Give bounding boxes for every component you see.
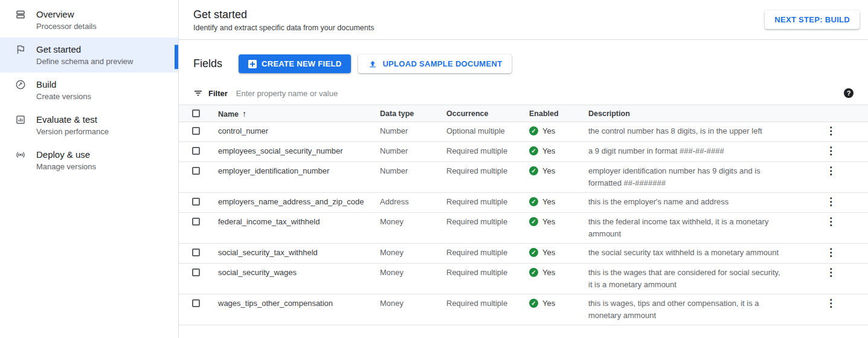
field-description: this is the employer's name and address — [588, 196, 785, 208]
field-name: employers_name_address_and_zip_code — [218, 196, 380, 208]
row-checkbox[interactable] — [192, 249, 200, 256]
table-row: employer_identification_number Number Re… — [179, 162, 868, 193]
row-checkbox[interactable] — [192, 198, 200, 206]
row-menu-icon[interactable]: ⋮ — [822, 297, 840, 310]
field-data-type: Address — [380, 196, 446, 208]
sidebar-item-sublabel: Create versions — [36, 91, 91, 102]
row-checkbox[interactable] — [192, 299, 200, 307]
column-header-name[interactable]: Name↑ — [218, 109, 380, 119]
field-data-type: Money — [380, 297, 446, 310]
table-row: control_numer Number Optional multiple ✓… — [179, 122, 868, 142]
field-occurrence: Required multiple — [446, 145, 529, 157]
row-menu-icon[interactable]: ⋮ — [822, 216, 840, 228]
sidebar-item-label: Get started — [36, 44, 133, 55]
column-header-enabled[interactable]: Enabled — [529, 109, 588, 118]
row-menu-icon[interactable]: ⋮ — [822, 196, 840, 208]
upload-sample-document-button[interactable]: UPLOAD SAMPLE DOCUMENT — [358, 54, 512, 73]
fields-table-body: control_numer Number Optional multiple ✓… — [179, 122, 868, 325]
table-row: federal_income_tax_withheld Money Requir… — [179, 213, 868, 244]
row-menu-icon[interactable]: ⋮ — [822, 145, 840, 157]
sidebar-item-sublabel: Version performance — [36, 126, 109, 137]
field-description: this is the wages that are considered fo… — [588, 267, 785, 291]
sidebar-item-label: Evaluate & test — [36, 114, 109, 125]
enabled-check-icon: ✓ — [529, 166, 538, 175]
field-occurrence: Required multiple — [446, 165, 529, 177]
page-title: Get started — [193, 7, 374, 22]
add-box-icon — [248, 60, 257, 68]
next-step-build-button[interactable]: NEXT STEP: BUILD — [765, 10, 860, 29]
row-checkbox[interactable] — [192, 268, 200, 276]
fields-toolbar: Fields CREATE NEW FIELD UPLOAD SAMPLE DO… — [179, 40, 868, 82]
field-description: the control number has 8 digits, is in t… — [588, 125, 785, 137]
row-checkbox[interactable] — [192, 218, 200, 226]
table-header: Name↑ Data type Occurrence Enabled Descr… — [179, 105, 868, 122]
field-description: the social security tax withheld is a mo… — [588, 247, 785, 259]
sidebar-item-label: Build — [36, 79, 91, 90]
table-row: social_security_tax_withheld Money Requi… — [179, 244, 868, 264]
enabled-check-icon: ✓ — [529, 197, 538, 206]
field-occurrence: Optional multiple — [446, 125, 529, 137]
page-header: Get started Identify and extract specifi… — [179, 0, 868, 40]
enabled-check-icon: ✓ — [529, 217, 538, 226]
column-header-data-type[interactable]: Data type — [380, 109, 446, 118]
filter-icon — [193, 88, 203, 98]
row-menu-icon[interactable]: ⋮ — [822, 267, 840, 279]
enabled-label: Yes — [542, 267, 555, 279]
main-content: Get started Identify and extract specifi… — [179, 0, 868, 338]
field-occurrence: Required multiple — [446, 297, 529, 310]
enabled-check-icon: ✓ — [529, 126, 538, 135]
enabled-label: Yes — [542, 125, 555, 137]
row-menu-icon[interactable]: ⋮ — [822, 165, 840, 177]
row-checkbox[interactable] — [192, 127, 200, 135]
fields-section-title: Fields — [193, 57, 222, 70]
field-data-type: Number — [380, 165, 446, 177]
field-name: employer_identification_number — [218, 165, 380, 177]
row-menu-icon[interactable]: ⋮ — [822, 247, 840, 259]
enabled-label: Yes — [542, 165, 555, 177]
column-header-description[interactable]: Description — [588, 109, 816, 118]
column-header-occurrence[interactable]: Occurrence — [446, 109, 529, 118]
enabled-check-icon: ✓ — [529, 299, 538, 308]
enabled-label: Yes — [542, 196, 555, 208]
sidebar-item-deploy-use[interactable]: Deploy & use Manage versions — [0, 143, 178, 178]
assessment-icon — [15, 114, 26, 125]
enabled-label: Yes — [542, 297, 555, 310]
sidebar-item-get-started[interactable]: Get started Define schema and preview — [0, 37, 178, 73]
row-checkbox[interactable] — [192, 147, 200, 155]
field-occurrence: Required multiple — [446, 196, 529, 208]
help-icon[interactable]: ? — [844, 88, 854, 98]
sort-ascending-icon: ↑ — [242, 109, 246, 119]
field-occurrence: Required multiple — [446, 247, 529, 259]
sidebar-item-label: Overview — [36, 8, 97, 20]
field-name: control_numer — [218, 125, 380, 137]
broadcast-icon — [15, 149, 26, 160]
field-occurrence: Required multiple — [446, 267, 529, 279]
filter-bar: Filter ? — [179, 82, 868, 105]
sidebar-item-sublabel: Manage versions — [36, 161, 96, 172]
enabled-check-icon: ✓ — [529, 268, 538, 277]
field-data-type: Money — [380, 247, 446, 259]
field-data-type: Money — [380, 267, 446, 279]
overview-icon — [15, 9, 26, 20]
create-new-field-button[interactable]: CREATE NEW FIELD — [239, 54, 351, 73]
select-all-checkbox[interactable] — [192, 109, 200, 117]
sidebar-item-overview[interactable]: Overview Processor details — [0, 2, 178, 37]
field-description: a 9 digit number in format ###-##-#### — [588, 145, 785, 157]
field-occurrence: Required multiple — [446, 216, 529, 228]
flag-icon — [15, 44, 26, 55]
row-checkbox[interactable] — [192, 167, 200, 175]
field-name: employees_social_security_number — [218, 145, 380, 157]
table-row: wages_tips_other_compensation Money Requ… — [179, 294, 868, 325]
sidebar-item-evaluate-test[interactable]: Evaluate & test Version performance — [0, 108, 178, 143]
sidebar-item-label: Deploy & use — [36, 149, 96, 160]
upload-sample-document-label: UPLOAD SAMPLE DOCUMENT — [382, 59, 502, 68]
filter-input[interactable] — [236, 89, 837, 98]
enabled-label: Yes — [542, 216, 555, 228]
sidebar-item-build[interactable]: Build Create versions — [0, 73, 178, 108]
upload-icon — [368, 59, 378, 69]
field-name: social_security_wages — [218, 267, 380, 279]
enabled-label: Yes — [542, 247, 555, 259]
row-menu-icon[interactable]: ⋮ — [822, 125, 840, 137]
field-name: federal_income_tax_withheld — [218, 216, 380, 228]
field-description: this is wages, tips and other compensati… — [588, 297, 785, 322]
